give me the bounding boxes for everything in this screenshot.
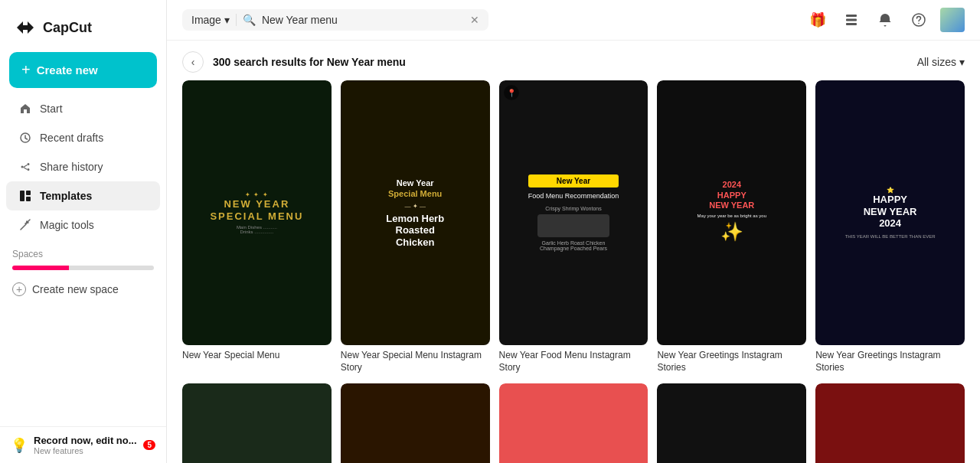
- create-space-label: Create new space: [32, 283, 119, 295]
- create-new-label: Create new: [37, 64, 98, 77]
- share-icon: [18, 160, 32, 174]
- notification-title: Record now, edit no...: [34, 435, 137, 446]
- template-thumb-5: ⭐ HAPPYNEW YEAR2024 THIS YEAR WILL BE BE…: [815, 80, 965, 345]
- template-thumb-9: CAPCUT SHOP PRESENTS NEW YEARSALE: [657, 383, 806, 463]
- clock-icon: [18, 131, 32, 145]
- user-avatar[interactable]: [940, 8, 965, 32]
- template-card-3[interactable]: 📍 New Year Food Menu Recommendation Cris…: [499, 80, 648, 374]
- plus-icon: +: [21, 61, 31, 79]
- svg-rect-4: [26, 197, 31, 201]
- notification-badge: 5: [143, 440, 155, 450]
- sidebar-item-templates[interactable]: Templates: [6, 181, 160, 210]
- results-area: ‹ 300 search results for New Year menu A…: [167, 41, 980, 463]
- sidebar: CapCut + Create new Start Recent drafts …: [0, 0, 167, 463]
- template-label-2: New Year Special Menu Instagram Story: [341, 350, 490, 373]
- sidebar-item-share-label: Share history: [40, 161, 103, 173]
- capcut-logo-icon: [12, 15, 37, 40]
- svg-rect-5: [846, 15, 857, 17]
- template-thumb-4: 2024HAPPYNEW YEAR May your year be as br…: [657, 80, 806, 345]
- bell-icon-button[interactable]: [873, 8, 897, 32]
- template-card-9[interactable]: CAPCUT SHOP PRESENTS NEW YEARSALE New Ye…: [657, 383, 806, 463]
- results-count-text: 300 search results for New Year menu: [213, 56, 406, 68]
- template-thumb-3: 📍 New Year Food Menu Recommendation Cris…: [499, 80, 648, 345]
- sidebar-item-templates-label: Templates: [40, 190, 92, 202]
- app-name: CapCut: [43, 20, 92, 36]
- template-thumb-7: NEW YEARSPECIAL Menu items...: [341, 383, 490, 463]
- chevron-down-icon: ▾: [224, 14, 230, 26]
- template-label-3: New Year Food Menu Instagram Story: [499, 350, 648, 373]
- create-space-plus-icon: +: [12, 282, 26, 296]
- template-card-4[interactable]: 2024HAPPYNEW YEAR May your year be as br…: [657, 80, 806, 374]
- create-space-button[interactable]: + Create new space: [0, 276, 166, 302]
- template-card-7[interactable]: NEW YEARSPECIAL Menu items... NEW YEAR S…: [341, 383, 490, 463]
- sidebar-item-recent[interactable]: Recent drafts: [6, 123, 160, 152]
- svg-point-9: [918, 23, 920, 24]
- search-type-label: Image: [191, 14, 221, 26]
- template-card-2[interactable]: New YearSpecial Menu — ✦ — Lemon HerbRoa…: [341, 80, 490, 374]
- sidebar-item-start-label: Start: [40, 103, 63, 115]
- svg-rect-2: [20, 191, 24, 201]
- size-filter-button[interactable]: All sizes ▾: [917, 56, 965, 68]
- pin-overlay-3: 📍: [504, 85, 519, 100]
- notification-content: Record now, edit no... New features: [34, 435, 137, 455]
- svg-rect-6: [846, 19, 857, 21]
- template-card-1[interactable]: ✦ ✦ ✦ NEW YEARSPECIAL MENU Main Dishes .…: [182, 80, 332, 374]
- sidebar-item-magic[interactable]: Magic tools: [6, 210, 160, 240]
- template-thumb-8: SUSHI BLISSBUNDLE 🍱 New Year Save 25% Of…: [499, 383, 648, 463]
- notification-bulb-icon: 💡: [11, 437, 28, 454]
- space-usage-bar: [12, 266, 154, 270]
- template-card-10[interactable]: NEW YEARSPECIAL MENU Enjoy the Spectacul…: [815, 383, 965, 463]
- search-divider: [236, 14, 237, 26]
- template-grid: ✦ ✦ ✦ NEW YEARSPECIAL MENU Main Dishes .…: [182, 80, 965, 463]
- size-filter-chevron-icon: ▾: [959, 56, 965, 68]
- sidebar-item-start[interactable]: Start: [6, 94, 160, 123]
- main-content: Image ▾ 🔍 ✕ 🎁 ‹ 300 search results for N…: [167, 0, 980, 463]
- template-thumb-1: ✦ ✦ ✦ NEW YEARSPECIAL MENU Main Dishes .…: [182, 80, 332, 345]
- create-new-button[interactable]: + Create new: [9, 52, 157, 88]
- template-card-8[interactable]: SUSHI BLISSBUNDLE 🍱 New Year Save 25% Of…: [499, 383, 648, 463]
- spaces-section-label: Spaces: [0, 240, 166, 262]
- results-count: 300: [213, 56, 230, 68]
- sidebar-item-magic-label: Magic tools: [40, 219, 94, 231]
- header: Image ▾ 🔍 ✕ 🎁: [167, 0, 980, 41]
- svg-rect-3: [26, 191, 31, 195]
- template-label-5: New Year Greetings Instagram Stories: [815, 350, 965, 373]
- sidebar-item-share[interactable]: Share history: [6, 152, 160, 181]
- results-header: ‹ 300 search results for New Year menu A…: [182, 41, 965, 80]
- search-bar: Image ▾ 🔍 ✕: [182, 9, 488, 31]
- notification-subtitle: New features: [34, 446, 137, 455]
- search-type-button[interactable]: Image ▾: [191, 14, 230, 26]
- templates-icon: [18, 189, 32, 203]
- search-clear-icon[interactable]: ✕: [470, 14, 479, 26]
- template-card-5[interactable]: ⭐ HAPPYNEW YEAR2024 THIS YEAR WILL BE BE…: [815, 80, 965, 374]
- gift-icon-button[interactable]: 🎁: [805, 8, 830, 32]
- template-card-6[interactable]: 2024 HAPPYNEW YEAR 🎄 Happy New Year 2024: [182, 383, 332, 463]
- magic-icon: [18, 218, 32, 232]
- help-icon-button[interactable]: [906, 8, 931, 32]
- search-input[interactable]: [262, 14, 464, 26]
- search-glass-icon: 🔍: [243, 14, 256, 26]
- template-label-4: New Year Greetings Instagram Stories: [657, 350, 806, 373]
- svg-rect-7: [846, 23, 857, 25]
- back-button[interactable]: ‹: [182, 51, 204, 73]
- results-query-label: search results for: [234, 56, 324, 68]
- size-filter-label: All sizes: [917, 56, 956, 68]
- home-icon: [18, 102, 32, 116]
- template-thumb-6: 2024 HAPPYNEW YEAR 🎄: [182, 383, 332, 463]
- sidebar-item-recent-label: Recent drafts: [40, 132, 103, 144]
- results-query-value: New Year menu: [327, 56, 406, 68]
- notification-banner[interactable]: 💡 Record now, edit no... New features 5: [0, 426, 166, 463]
- logo: CapCut: [0, 9, 166, 52]
- template-label-1: New Year Special Menu: [182, 350, 332, 362]
- template-thumb-10: NEW YEARSPECIAL MENU Enjoy the Spectacul…: [815, 383, 965, 463]
- template-thumb-2: New YearSpecial Menu — ✦ — Lemon HerbRoa…: [341, 80, 490, 345]
- stack-icon-button[interactable]: [839, 8, 864, 32]
